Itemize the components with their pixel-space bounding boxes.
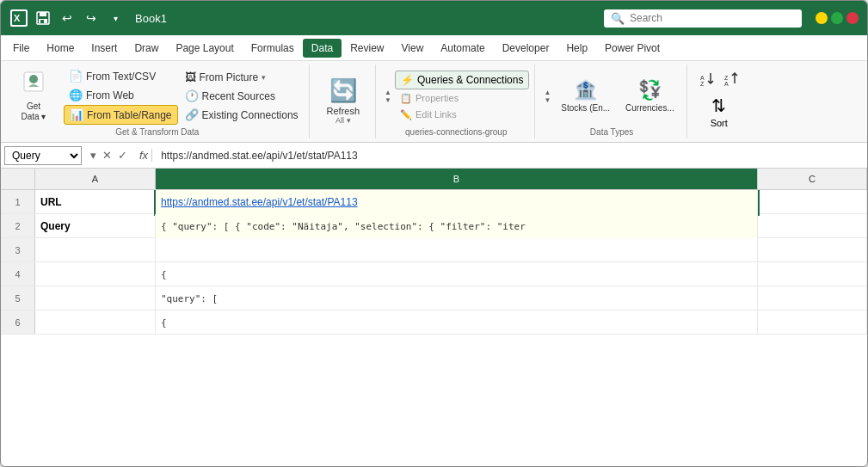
row-num-1: 1 <box>1 190 35 213</box>
redo-icon[interactable]: ↪ <box>82 9 101 28</box>
save-icon[interactable] <box>34 9 52 28</box>
queries-connections-group-label: queries-connections-group <box>405 127 507 137</box>
customize-quick-access-icon[interactable]: ▾ <box>106 9 125 28</box>
search-box[interactable]: 🔍 <box>604 9 802 28</box>
data-types-scroll: ▲ ▼ <box>542 87 552 106</box>
get-transform-label: Get & Transform Data <box>115 127 199 137</box>
qc-buttons: ⚡ Queries & Connections 📋 Properties ✏️ … <box>395 71 529 122</box>
menu-view[interactable]: View <box>393 39 433 58</box>
existing-connections-button[interactable]: 🔗 Existing Connections <box>180 106 304 124</box>
cell-a2[interactable]: Query <box>35 214 156 238</box>
row-num-5: 5 <box>1 286 35 310</box>
data-types-scroll-up[interactable]: ▲ <box>544 89 551 96</box>
ribbon-scroll: ▲ ▼ <box>383 87 393 106</box>
menu-help[interactable]: Help <box>557 39 596 58</box>
sort-az-button[interactable]: A Z <box>696 70 718 90</box>
cell-a1[interactable]: URL <box>35 190 156 214</box>
column-headers: A B C <box>1 169 867 190</box>
data-types-content: ▲ ▼ 🏦 Stocks (En... 💱 Currencies... <box>542 66 680 126</box>
cell-b2[interactable]: { "query": [ { "code": "Näitaja", "selec… <box>156 214 758 238</box>
cell-c4[interactable] <box>758 262 867 286</box>
cell-c3[interactable] <box>758 238 867 262</box>
refresh-group: 🔄 Refresh All ▾ <box>311 65 377 138</box>
sort-icon: ⇅ <box>711 95 726 116</box>
svg-text:A: A <box>700 75 705 81</box>
header-corner <box>1 169 35 189</box>
get-transform-content: GetData ▾ 📄 From Text/CSV 🌐 From Web 📊 <box>11 66 304 126</box>
menu-insert[interactable]: Insert <box>83 39 126 58</box>
data-types-label: Data Types <box>590 127 633 137</box>
edit-links-icon: ✏️ <box>400 109 412 120</box>
table-row: 1 URL https://andmed.stat.ee/api/v1/et/s… <box>1 190 867 214</box>
sort-za-button[interactable]: Z A <box>720 70 742 90</box>
col-header-a[interactable]: A <box>35 169 156 189</box>
menu-home[interactable]: Home <box>38 39 83 58</box>
cancel-formula-icon[interactable]: ✕ <box>101 147 114 163</box>
formula-input[interactable] <box>156 148 864 163</box>
from-web-button[interactable]: 🌐 From Web <box>64 86 178 104</box>
workbook-title: Book1 <box>135 12 597 25</box>
cell-c2[interactable] <box>758 214 867 238</box>
currencies-button[interactable]: 💱 Currencies... <box>619 76 681 116</box>
expand-formula-icon[interactable]: ▾ <box>89 147 98 163</box>
cell-b4[interactable]: { <box>156 262 758 286</box>
sort-button[interactable]: ⇅ Sort <box>704 92 735 132</box>
cell-c5[interactable] <box>758 286 867 310</box>
cell-b6[interactable]: { <box>156 310 758 335</box>
data-types-scroll-down[interactable]: ▼ <box>544 96 551 104</box>
get-data-label: GetData ▾ <box>22 101 46 122</box>
refresh-all-button[interactable]: 🔄 Refresh All ▾ <box>320 74 367 128</box>
from-picture-button[interactable]: 🖼 From Picture ▾ <box>180 68 304 86</box>
menu-review[interactable]: Review <box>342 39 392 58</box>
qc-content: ▲ ▼ ⚡ Queries & Connections 📋 Properties… <box>383 66 529 126</box>
cell-b3[interactable] <box>156 238 758 262</box>
recent-sources-button[interactable]: 🕐 Recent Sources <box>180 87 304 105</box>
ribbon: GetData ▾ 📄 From Text/CSV 🌐 From Web 📊 <box>1 61 867 143</box>
window-minimize-btn[interactable] <box>816 12 828 24</box>
scroll-down-icon[interactable]: ▼ <box>385 96 391 104</box>
cell-a4[interactable] <box>35 262 156 286</box>
web-icon: 🌐 <box>69 89 83 101</box>
refresh-content: 🔄 Refresh All ▾ <box>320 66 367 135</box>
menu-page-layout[interactable]: Page Layout <box>167 39 242 58</box>
menu-automate[interactable]: Automate <box>432 39 493 58</box>
from-table-range-button[interactable]: 📊 From Table/Range <box>64 105 178 125</box>
col-header-c[interactable]: C <box>758 169 867 189</box>
name-box[interactable]: Query <box>4 146 82 165</box>
edit-links-button[interactable]: ✏️ Edit Links <box>395 108 529 122</box>
svg-point-8 <box>29 75 38 83</box>
queries-connections-button[interactable]: ⚡ Queries & Connections <box>395 71 529 89</box>
cell-a6[interactable] <box>35 310 156 335</box>
cell-b1[interactable]: https://andmed.stat.ee/api/v1/et/stat/PA… <box>156 190 758 214</box>
cell-a5[interactable] <box>35 286 156 310</box>
cell-c1[interactable] <box>758 190 867 214</box>
menu-formulas[interactable]: Formulas <box>243 39 303 58</box>
menu-data[interactable]: Data <box>303 39 342 58</box>
col-header-b[interactable]: B <box>156 169 758 189</box>
menu-draw[interactable]: Draw <box>126 39 167 58</box>
get-data-button[interactable]: GetData ▾ <box>11 66 56 126</box>
menu-power-pivot[interactable]: Power Pivot <box>596 39 668 58</box>
menu-developer[interactable]: Developer <box>494 39 558 58</box>
cell-c6[interactable] <box>758 310 867 335</box>
properties-button[interactable]: 📋 Properties <box>395 91 529 106</box>
confirm-formula-icon[interactable]: ✓ <box>116 147 129 163</box>
from-text-csv-button[interactable]: 📄 From Text/CSV <box>64 67 178 85</box>
svg-rect-4 <box>40 12 46 16</box>
stocks-button[interactable]: 🏦 Stocks (En... <box>554 76 617 116</box>
existing-connections-label: Existing Connections <box>202 109 299 121</box>
menu-file[interactable]: File <box>4 39 38 58</box>
svg-text:A: A <box>724 81 729 87</box>
window-close-btn[interactable] <box>846 12 859 24</box>
scroll-up-icon[interactable]: ▲ <box>385 89 391 96</box>
window-maximize-btn[interactable] <box>831 12 843 24</box>
cell-b5[interactable]: "query": [ <box>156 286 758 310</box>
refresh-icon: 🔄 <box>329 77 357 104</box>
title-bar: X ↩ ↪ ▾ Book1 🔍 <box>1 1 867 35</box>
svg-text:X: X <box>14 13 21 23</box>
cell-a3[interactable] <box>35 238 156 262</box>
sheet-body: 1 URL https://andmed.stat.ee/api/v1/et/s… <box>1 190 867 466</box>
search-input[interactable] <box>630 12 795 24</box>
undo-icon[interactable]: ↩ <box>58 9 77 28</box>
currencies-icon: 💱 <box>638 79 662 101</box>
